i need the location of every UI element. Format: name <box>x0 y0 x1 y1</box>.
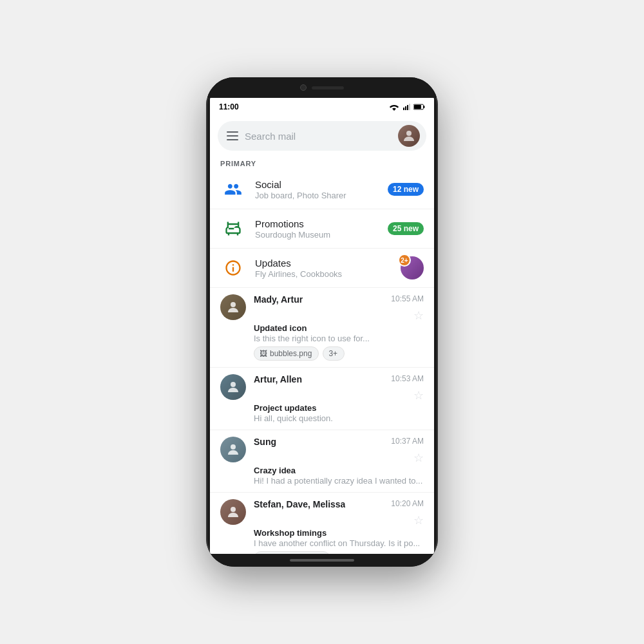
extra-count-1: 3+ <box>328 349 337 358</box>
star-icon-3[interactable]: ☆ <box>413 451 424 465</box>
home-bar <box>290 559 354 562</box>
social-badge: 12 new <box>388 183 424 196</box>
updates-category-info: Updates Fly Airlines, Cookbooks <box>255 258 392 279</box>
status-icons <box>389 103 425 111</box>
email-subject-4: Workshop timings <box>254 528 424 538</box>
updates-sub: Fly Airlines, Cookbooks <box>255 269 392 279</box>
email-subject-1: Updated icon <box>254 323 424 333</box>
wifi-icon <box>389 103 399 111</box>
camera <box>300 84 307 91</box>
email-time-4: 10:20 AM <box>391 499 424 508</box>
attachment-chip-4[interactable]: 📄 Workshop plan <box>254 551 330 554</box>
email-header-4: Stefan, Dave, Melissa 10:20 AM ☆ <box>254 499 424 527</box>
email-row-3[interactable]: Sung 10:37 AM ☆ Crazy idea Hi! I had a p… <box>210 430 434 493</box>
email-preview-4: I have another conflict on Thursday. Is … <box>254 538 424 548</box>
promotions-sub: Sourdough Museum <box>255 230 379 240</box>
extra-attachments-1[interactable]: 3+ <box>323 346 345 361</box>
promotions-category-icon <box>220 216 246 242</box>
attachment-icon-1: 🖼 <box>260 349 267 358</box>
attachment-chips-1: 🖼 bubbles.png 3+ <box>254 346 424 361</box>
svg-point-7 <box>406 131 412 136</box>
home-indicator <box>206 554 438 567</box>
email-preview-3: Hi! I had a potentially crazy idea I wan… <box>254 476 424 486</box>
email-sender-3: Sung <box>254 437 276 447</box>
email-avatar-3 <box>220 437 246 462</box>
svg-rect-6 <box>424 106 425 108</box>
email-preview-2: Hi all, quick question. <box>254 413 424 423</box>
search-input[interactable]: Search mail <box>245 131 392 142</box>
email-time-3: 10:37 AM <box>391 437 424 446</box>
battery-icon <box>413 103 425 111</box>
updates-name: Updates <box>255 258 392 269</box>
search-bar[interactable]: Search mail <box>218 121 426 151</box>
speaker <box>312 86 344 90</box>
email-header-2: Artur, Allen 10:53 AM ☆ <box>254 374 424 402</box>
social-category-icon <box>220 176 246 202</box>
email-header-1: Mady, Artur 10:55 AM ☆ <box>254 294 424 323</box>
email-row-4[interactable]: Stefan, Dave, Melissa 10:20 AM ☆ Worksho… <box>210 493 434 554</box>
email-row-1[interactable]: Mady, Artur 10:55 AM ☆ Updated icon Is t… <box>210 288 434 368</box>
email-content-3: Sung 10:37 AM ☆ Crazy idea Hi! I had a p… <box>254 437 424 486</box>
email-avatar-4 <box>220 499 246 525</box>
promotions-badge: 25 new <box>388 222 424 235</box>
email-preview-1: Is this the right icon to use for... <box>254 334 424 343</box>
category-updates[interactable]: Updates Fly Airlines, Cookbooks 2+ <box>210 249 434 288</box>
promotions-category-info: Promotions Sourdough Museum <box>255 218 379 240</box>
svg-rect-5 <box>414 105 421 109</box>
email-row-2[interactable]: Artur, Allen 10:53 AM ☆ Project updates … <box>210 368 434 430</box>
phone-notch <box>206 77 438 98</box>
status-bar: 11:00 <box>210 98 434 116</box>
email-actions-2: 10:53 AM ☆ <box>391 374 424 402</box>
phone-shell: 11:00 <box>206 77 438 567</box>
email-avatar-1 <box>220 294 246 320</box>
email-content-1: Mady, Artur 10:55 AM ☆ Updated icon Is t… <box>254 294 424 361</box>
email-content-2: Artur, Allen 10:53 AM ☆ Project updates … <box>254 374 424 423</box>
attachment-name-1: bubbles.png <box>270 349 312 358</box>
social-category-info: Social Job board, Photo Sharer <box>255 179 379 200</box>
phone-screen: 11:00 <box>210 98 434 554</box>
email-subject-3: Crazy idea <box>254 466 424 475</box>
attachment-chips-4: 📄 Workshop plan <box>254 551 424 554</box>
status-time: 11:00 <box>219 102 239 111</box>
email-actions-3: 10:37 AM ☆ <box>391 437 424 465</box>
email-time-1: 10:55 AM <box>391 294 424 303</box>
email-sender-4: Stefan, Dave, Melissa <box>254 499 345 509</box>
signal-icon <box>402 103 411 111</box>
email-actions-1: 10:55 AM ☆ <box>391 294 424 323</box>
email-actions-4: 10:20 AM ☆ <box>391 499 424 527</box>
email-sender-1: Mady, Artur <box>254 294 303 305</box>
svg-point-10 <box>231 444 236 450</box>
mail-list: Social Job board, Photo Sharer 12 new Pr… <box>210 170 434 554</box>
section-label: PRIMARY <box>210 156 434 170</box>
email-content-4: Stefan, Dave, Melissa 10:20 AM ☆ Worksho… <box>254 499 424 554</box>
email-avatar-2 <box>220 374 246 400</box>
promotions-name: Promotions <box>255 218 379 229</box>
email-subject-2: Project updates <box>254 403 424 413</box>
updates-count: 2+ <box>398 254 411 267</box>
email-header-3: Sung 10:37 AM ☆ <box>254 437 424 465</box>
category-social[interactable]: Social Job board, Photo Sharer 12 new <box>210 170 434 209</box>
svg-point-9 <box>231 382 236 387</box>
attachment-chip-1[interactable]: 🖼 bubbles.png <box>254 346 319 361</box>
search-bar-container: Search mail <box>210 116 434 156</box>
user-avatar-image <box>398 125 420 147</box>
user-avatar[interactable] <box>398 125 420 147</box>
svg-rect-0 <box>403 108 404 110</box>
svg-point-11 <box>231 507 236 512</box>
email-time-2: 10:53 AM <box>391 374 424 383</box>
svg-rect-1 <box>405 106 406 110</box>
category-promotions[interactable]: Promotions Sourdough Museum 25 new <box>210 209 434 249</box>
email-sender-2: Artur, Allen <box>254 374 302 384</box>
updates-category-icon <box>220 255 246 281</box>
star-icon-2[interactable]: ☆ <box>413 388 424 402</box>
updates-badge-area: 2+ <box>401 256 424 279</box>
social-name: Social <box>255 179 379 190</box>
svg-rect-2 <box>407 105 408 110</box>
star-icon-4[interactable]: ☆ <box>413 513 424 527</box>
star-icon-1[interactable]: ☆ <box>413 308 424 323</box>
svg-point-8 <box>231 302 236 307</box>
menu-icon[interactable] <box>227 131 238 140</box>
social-sub: Job board, Photo Sharer <box>255 191 379 200</box>
svg-rect-3 <box>409 104 410 110</box>
